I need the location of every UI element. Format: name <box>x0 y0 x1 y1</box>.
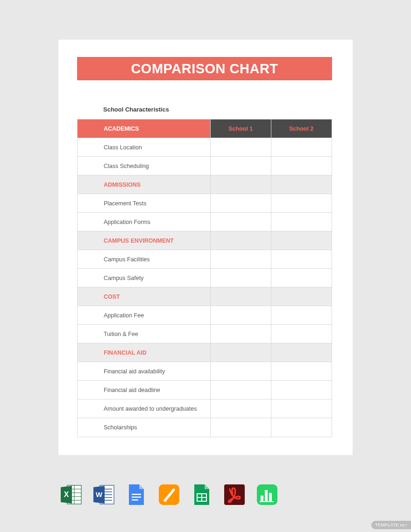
table-row: Application Fee <box>78 306 332 325</box>
cell-school-2 <box>271 306 332 324</box>
cell-school-1 <box>211 381 271 399</box>
svg-rect-24 <box>265 490 268 501</box>
cell-school-1 <box>211 138 271 156</box>
cell-school-1 <box>211 362 271 380</box>
section-admissions: ADMISSIONS <box>78 175 332 194</box>
svg-rect-26 <box>260 501 274 502</box>
cell-school-2 <box>271 399 332 418</box>
cell-school-2 <box>271 269 332 287</box>
cell-school-1 <box>211 325 271 343</box>
adobe-pdf-icon[interactable] <box>223 483 246 506</box>
google-sheets-icon[interactable] <box>191 483 213 506</box>
svg-rect-25 <box>269 493 272 501</box>
svg-text:X: X <box>64 490 69 498</box>
row-label: Placement Tests <box>78 194 211 212</box>
cell-school-1 <box>211 418 271 437</box>
svg-rect-15 <box>132 497 141 498</box>
table-row: Financial aid deadline <box>78 381 332 399</box>
page-title: COMPARISON CHART <box>131 61 278 77</box>
row-label: Tuition & Fee <box>78 325 211 343</box>
document-page: COMPARISON CHART School Characteristics … <box>58 40 353 455</box>
cell-school-2 <box>271 194 332 212</box>
row-label: Amount awarded to undergraduates <box>78 399 211 418</box>
template-net-badge[interactable]: TEMPLATE.NET <box>371 521 411 529</box>
cell-school-2 <box>271 381 332 399</box>
badge-sub: .NET <box>399 524 407 527</box>
apple-numbers-icon[interactable] <box>256 483 278 506</box>
header-academics: ACADEMICS <box>78 119 211 138</box>
svg-text:W: W <box>96 490 103 498</box>
cell-school-1 <box>211 306 271 324</box>
apple-pages-icon[interactable] <box>158 483 180 506</box>
table-row: Financial aid availability <box>78 362 332 381</box>
cell-school-1 <box>211 250 271 268</box>
row-label: Class Location <box>78 138 211 156</box>
google-docs-icon[interactable] <box>125 483 148 506</box>
table-row: Campus Safety <box>78 269 332 287</box>
section-cost: COST <box>78 287 332 306</box>
table-row: Class Location <box>78 138 332 157</box>
row-label: Application Forms <box>78 213 211 231</box>
row-label: Financial aid availability <box>78 362 211 380</box>
row-label: Campus Facilities <box>78 250 211 268</box>
table-row: Placement Tests <box>78 194 332 213</box>
table-header-row: ACADEMICS School 1 School 2 <box>78 119 332 138</box>
subtitle: School Characteristics <box>103 106 169 113</box>
svg-rect-14 <box>132 494 141 495</box>
cell-school-2 <box>271 213 332 231</box>
cell-school-1 <box>211 213 271 231</box>
cell-school-1 <box>211 194 271 212</box>
comparison-table: ACADEMICS School 1 School 2 Class Locati… <box>77 119 332 437</box>
table-row: Scholarships <box>78 418 332 437</box>
section-label: FINANCIAL AID <box>78 343 211 362</box>
section-label: ADMISSIONS <box>78 175 211 194</box>
header-school-1: School 1 <box>211 119 271 138</box>
section-label: CAMPUS ENVIRONMENT <box>78 231 211 250</box>
svg-rect-23 <box>261 496 263 501</box>
row-label: Campus Safety <box>78 269 211 287</box>
row-label: Scholarships <box>78 418 211 437</box>
section-financial-aid: FINANCIAL AID <box>78 343 332 362</box>
row-label: Financial aid deadline <box>78 381 211 399</box>
section-label: COST <box>78 287 211 306</box>
table-row: Class Scheduling <box>78 157 332 175</box>
table-row: Tuition & Fee <box>78 325 332 343</box>
badge-main: TEMPLATE <box>375 523 399 527</box>
excel-icon[interactable]: X <box>60 483 82 506</box>
cell-school-2 <box>271 157 332 175</box>
cell-school-2 <box>271 418 332 437</box>
cell-school-1 <box>211 269 271 287</box>
cell-school-2 <box>271 138 332 156</box>
table-row: Amount awarded to undergraduates <box>78 399 332 418</box>
section-campus-environment: CAMPUS ENVIRONMENT <box>78 231 332 250</box>
row-label: Class Scheduling <box>78 157 211 175</box>
table-row: Campus Facilities <box>78 250 332 269</box>
svg-rect-16 <box>132 499 138 501</box>
cell-school-2 <box>271 325 332 343</box>
cell-school-1 <box>211 157 271 175</box>
format-icons-row: X W <box>60 483 278 506</box>
row-label: Application Fee <box>78 306 211 324</box>
cell-school-2 <box>271 362 332 380</box>
table-row: Application Forms <box>78 213 332 231</box>
header-school-2: School 2 <box>271 119 332 138</box>
cell-school-1 <box>211 399 271 418</box>
word-icon[interactable]: W <box>92 483 115 506</box>
title-bar: COMPARISON CHART <box>77 57 332 80</box>
cell-school-2 <box>271 250 332 268</box>
